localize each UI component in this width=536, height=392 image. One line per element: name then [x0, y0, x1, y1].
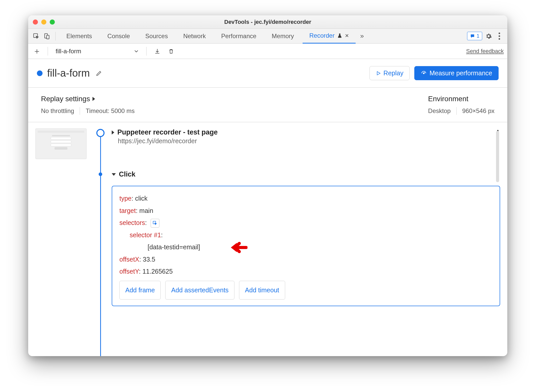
step-url: https://jec.fyi/demo/recorder [118, 137, 218, 145]
device-icon[interactable] [43, 32, 51, 40]
step-title[interactable]: Puppeteer recorder - test page [112, 128, 218, 136]
page-thumbnail [35, 128, 87, 159]
add-frame-button[interactable]: Add frame [119, 281, 161, 300]
selector-value[interactable]: [data-testid=email] [119, 241, 492, 253]
tab-recorder[interactable]: Recorder [303, 29, 356, 44]
throttling-value: No throttling [41, 107, 74, 115]
issues-badge[interactable]: 1 [467, 32, 482, 40]
recording-title: fill-a-form [47, 67, 90, 79]
steps-content: Puppeteer recorder - test page https://j… [28, 122, 507, 356]
prop-selectors[interactable]: selectors: [119, 217, 492, 229]
divider [146, 47, 147, 56]
replay-button[interactable]: Replay [369, 66, 410, 80]
step-click: Click type: click target: main selectors… [94, 170, 500, 306]
new-recording-button[interactable]: ＋ [32, 46, 42, 56]
timeline: Puppeteer recorder - test page https://j… [94, 128, 500, 356]
annotation-arrow [230, 236, 248, 264]
tab-sources[interactable]: Sources [139, 29, 174, 44]
recording-header: fill-a-form Replay Measure performance [28, 59, 507, 88]
tab-network[interactable]: Network [177, 29, 212, 44]
prop-selector-1[interactable]: selector #1: [119, 229, 492, 241]
tab-performance[interactable]: Performance [214, 29, 263, 44]
more-tabs-icon[interactable]: » [358, 32, 366, 40]
step-marker [99, 172, 102, 176]
settings-row: Replay settings No throttling Timeout: 5… [28, 88, 507, 122]
prop-offsety[interactable]: offsetY: 11.265625 [119, 265, 492, 278]
chevron-down-icon [134, 49, 139, 54]
send-feedback-link[interactable]: Send feedback [466, 48, 504, 55]
divider [55, 32, 56, 40]
close-tab-icon[interactable] [345, 34, 349, 38]
tab-elements[interactable]: Elements [60, 29, 99, 44]
viewport-value: 960×546 px [462, 107, 494, 115]
divider [48, 47, 48, 56]
prop-type[interactable]: type: click [119, 192, 492, 205]
measure-performance-button[interactable]: Measure performance [414, 66, 499, 80]
pick-selector-button[interactable] [151, 219, 159, 228]
edit-title-button[interactable] [95, 69, 103, 78]
devtools-tabbar: Elements Console Sources Network Perform… [28, 29, 507, 44]
environment-label: Environment [428, 95, 468, 103]
flask-icon [337, 33, 342, 38]
scrollbar[interactable] [496, 131, 499, 182]
replay-settings-toggle[interactable]: Replay settings [41, 95, 135, 103]
play-icon [376, 71, 381, 76]
export-button[interactable] [152, 46, 162, 56]
settings-icon[interactable] [484, 32, 493, 40]
window-title: DevTools - jec.fyi/demo/recorder [28, 19, 507, 25]
more-menu-icon[interactable] [495, 32, 504, 40]
gauge-icon [421, 70, 427, 76]
caret-down-icon [112, 173, 116, 176]
titlebar: DevTools - jec.fyi/demo/recorder [28, 15, 507, 29]
caret-right-icon [112, 130, 114, 135]
caret-right-icon [92, 97, 95, 101]
svg-rect-2 [47, 35, 49, 39]
recorder-toolbar: ＋ fill-a-form Send feedback [28, 44, 507, 59]
device-value: Desktop [428, 107, 451, 115]
timeout-value: Timeout: 5000 ms [86, 107, 135, 115]
prop-target[interactable]: target: main [119, 205, 492, 217]
add-timeout-button[interactable]: Add timeout [239, 281, 285, 300]
add-asserted-events-button[interactable]: Add assertedEvents [165, 281, 234, 300]
step-details: type: click target: main selectors: sele… [112, 186, 500, 306]
devtools-window: DevTools - jec.fyi/demo/recorder Element… [28, 15, 507, 356]
prop-offsetx[interactable]: offsetX: 33.5 [119, 253, 492, 266]
step-initial: Puppeteer recorder - test page https://j… [94, 128, 500, 145]
step-title[interactable]: Click [112, 170, 136, 178]
chat-icon [470, 34, 475, 39]
inspect-icon[interactable] [32, 32, 40, 40]
recording-dropdown[interactable]: fill-a-form [54, 48, 141, 55]
svg-point-3 [423, 73, 424, 74]
step-marker [96, 129, 105, 137]
tab-console[interactable]: Console [101, 29, 137, 44]
delete-button[interactable] [166, 46, 176, 56]
tab-memory[interactable]: Memory [265, 29, 301, 44]
status-dot [37, 70, 43, 76]
